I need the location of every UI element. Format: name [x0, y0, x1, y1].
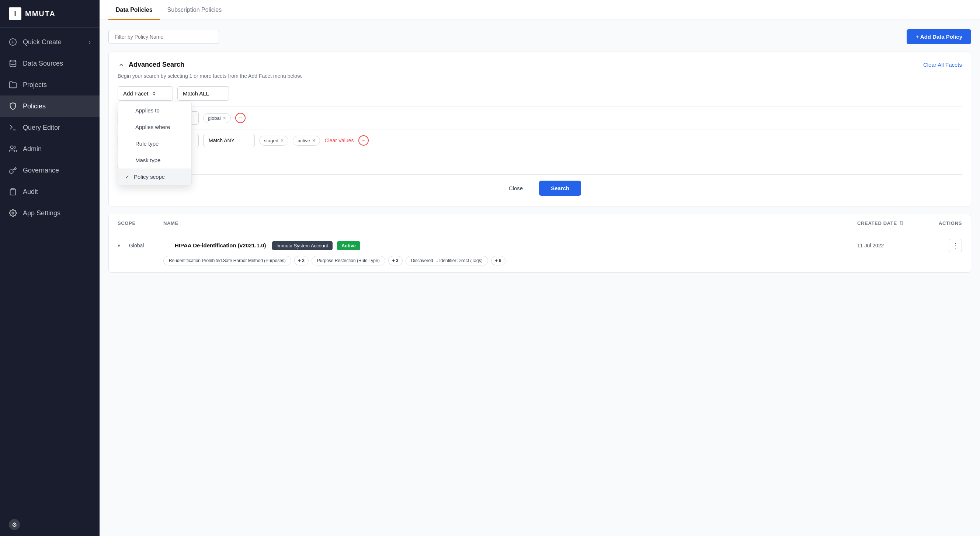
global-tag: global × [203, 113, 231, 123]
table-row: ▾ Global HIPAA De-identification (v2021.… [109, 232, 971, 272]
clipboard-icon [9, 188, 17, 196]
active-tag: active × [293, 136, 320, 146]
sidebar-item-label: Projects [23, 81, 47, 89]
sidebar-item-label: Policies [23, 102, 46, 110]
match-any-dropdown[interactable]: Match ANY [203, 134, 255, 147]
remove-facet-states-btn[interactable]: − [358, 135, 369, 146]
top-bar: + Add Data Policy [108, 29, 971, 44]
facet-option-label: Applies where [135, 124, 170, 130]
account-badge: Immuta System Account [272, 241, 332, 250]
facet-option-label: Mask type [135, 157, 161, 163]
row-scope: Global [129, 243, 166, 248]
terminal-icon [9, 124, 17, 132]
sidebar-item-app-settings[interactable]: App Settings [0, 202, 100, 224]
sidebar-item-label: App Settings [23, 209, 60, 217]
tab-subscription-policies[interactable]: Subscription Policies [160, 0, 229, 20]
global-tag-close[interactable]: × [223, 115, 226, 121]
logo-text: MMUTA [25, 10, 56, 18]
add-facet-dropdown[interactable]: Add Facet Applies to Applies whe [118, 86, 173, 101]
facet-option-policy-scope[interactable]: ✓ Policy scope [118, 169, 191, 185]
col-header-date: Created Date ⇅ [857, 220, 924, 226]
logo-box: I [9, 7, 21, 20]
sidebar-item-data-sources[interactable]: Data Sources [0, 53, 100, 74]
logo-initial: I [14, 10, 16, 18]
content-area: + Add Data Policy Advanced Search Clear … [100, 20, 980, 536]
sidebar-item-label: Audit [23, 188, 38, 196]
sidebar-item-label: Quick Create [23, 38, 62, 46]
chevron-right-icon: › [89, 38, 91, 46]
key-icon [9, 166, 17, 174]
row-tag-count: + 3 [388, 256, 402, 266]
row-actions: ⋮ [932, 239, 962, 252]
sidebar-item-policies[interactable]: Policies [0, 95, 100, 117]
plus-circle-icon [9, 38, 17, 46]
advanced-search-card: Advanced Search Clear All Facets Begin y… [108, 52, 971, 207]
sidebar-item-query-editor[interactable]: Query Editor [0, 117, 100, 138]
main-content: Data Policies Subscription Policies + Ad… [100, 0, 980, 536]
sidebar-item-audit[interactable]: Audit [0, 181, 100, 202]
sidebar-settings-icon[interactable]: ⚙ [9, 519, 20, 530]
toggle-and-actions: Display Detail Labels Close Search [118, 157, 962, 197]
facet-option-rule-type[interactable]: Rule type [118, 135, 191, 152]
sort-icon[interactable]: ⇅ [899, 220, 904, 226]
users-icon [9, 145, 17, 153]
row-tag-count: + 6 [491, 256, 506, 266]
close-search-button[interactable]: Close [498, 181, 533, 196]
row-name: HIPAA De-identification (v2021.1.0) Immu… [175, 241, 848, 250]
gear-icon [9, 209, 17, 217]
row-expand-icon[interactable]: ▾ [118, 243, 120, 248]
sidebar-item-projects[interactable]: Projects [0, 74, 100, 95]
row-tag: Purpose Restriction (Rule Type) [312, 256, 385, 266]
remove-facet-scope-btn[interactable]: − [235, 113, 245, 123]
facet-option-mask-type[interactable]: Mask type [118, 152, 191, 169]
search-hint-text: Begin your search by selecting 1 or more… [118, 73, 962, 79]
sidebar-item-label: Governance [23, 167, 59, 174]
facet-option-applies-where[interactable]: Applies where [118, 119, 191, 135]
search-button[interactable]: Search [539, 181, 581, 196]
col-header-name: Name [163, 220, 848, 226]
sidebar-nav: Quick Create › Data Sources Projects [0, 28, 100, 513]
staged-tag-label: staged [264, 138, 278, 143]
sidebar-item-admin[interactable]: Admin [0, 138, 100, 160]
tab-data-policies[interactable]: Data Policies [108, 0, 160, 20]
shield-icon [9, 102, 17, 110]
check-icon: ✓ [125, 174, 129, 180]
col-header-scope: Scope [118, 220, 154, 226]
staged-tag: staged × [259, 136, 288, 146]
table-row-main: ▾ Global HIPAA De-identification (v2021.… [118, 239, 962, 252]
clear-all-facets-link[interactable]: Clear All Facets [923, 62, 962, 68]
global-tag-label: global [208, 115, 221, 121]
clear-values-link[interactable]: Clear Values [325, 137, 353, 143]
add-data-policy-button[interactable]: + Add Data Policy [907, 29, 971, 44]
sidebar-item-label: Query Editor [23, 124, 60, 132]
advanced-search-title: Advanced Search [129, 61, 185, 68]
row-actions-button[interactable]: ⋮ [949, 239, 962, 252]
row-tag-count: + 2 [294, 256, 309, 266]
add-facet-label: Add Facet [123, 90, 148, 97]
row-date: 11 Jul 2022 [857, 243, 924, 248]
collapse-search-icon[interactable] [118, 61, 125, 68]
row-tag: Re-identification Prohibited.Safe Harbor… [163, 256, 291, 266]
facet-option-label: Policy scope [134, 173, 165, 180]
staged-tag-close[interactable]: × [281, 138, 283, 143]
sidebar-item-label: Admin [23, 145, 42, 153]
tabs-bar: Data Policies Subscription Policies [100, 0, 980, 20]
active-tag-close[interactable]: × [312, 138, 315, 143]
search-action-buttons: Close Search [118, 174, 962, 197]
sidebar-item-quick-create[interactable]: Quick Create › [0, 31, 100, 53]
match-all-dropdown[interactable]: Match ALL [177, 86, 229, 101]
sidebar-item-governance[interactable]: Governance [0, 160, 100, 181]
filter-policy-name-input[interactable] [108, 30, 219, 44]
svg-point-3 [10, 60, 16, 62]
facet-row-policy-scopes: global × − [118, 107, 962, 129]
svg-point-7 [12, 212, 14, 214]
match-any-label: Match ANY [209, 137, 234, 143]
facet-dropdown-menu: Applies to Applies where Rule type [118, 102, 192, 185]
facet-controls-row: Add Facet Applies to Applies whe [118, 86, 962, 101]
match-all-label: Match ALL [183, 90, 209, 97]
svg-point-5 [11, 146, 13, 149]
folder-icon [9, 81, 17, 89]
facet-row-policy-states: Match ANY staged × active × Clear Values… [118, 129, 962, 151]
facet-option-applies-to[interactable]: Applies to [118, 102, 191, 119]
facet-option-label: Rule type [135, 140, 159, 147]
